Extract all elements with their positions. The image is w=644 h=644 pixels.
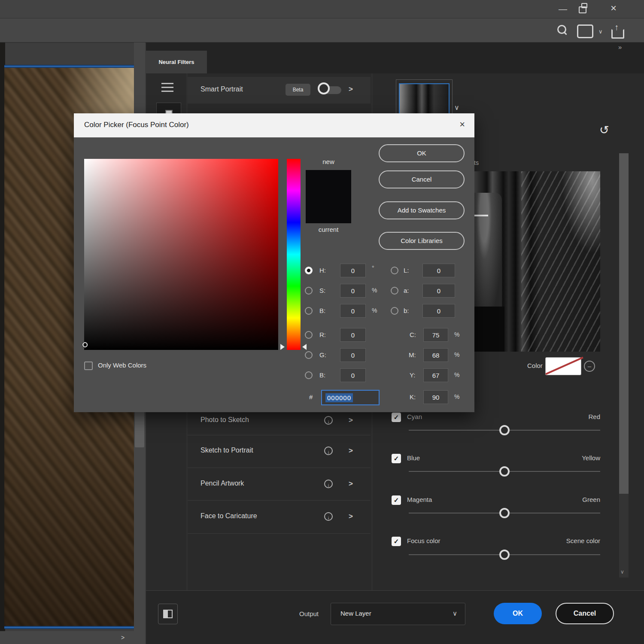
- hue-handle-right[interactable]: [302, 344, 307, 350]
- radio-r[interactable]: [305, 331, 313, 339]
- b-input[interactable]: 0: [340, 304, 366, 318]
- download-icon[interactable]: ↓: [324, 480, 333, 488]
- radio-b2[interactable]: [305, 371, 313, 379]
- chevron-right-icon[interactable]: >: [349, 480, 353, 488]
- chevron-down-icon: ∨: [598, 28, 603, 35]
- hue-slider[interactable]: [287, 159, 301, 350]
- new-current-color-swatch: [306, 170, 351, 223]
- radio-l[interactable]: [391, 267, 398, 274]
- canvas-vertical-scrollbar-thumb[interactable]: [135, 410, 144, 447]
- l-input[interactable]: 0: [422, 264, 455, 277]
- canvas-horizontal-scrollbar[interactable]: >: [0, 631, 145, 644]
- m-unit: %: [454, 351, 459, 358]
- hue-handle-left[interactable]: [280, 344, 285, 350]
- checkbox-magenta[interactable]: ✓: [392, 495, 401, 505]
- color-libraries-button[interactable]: Color Libraries: [379, 232, 465, 250]
- filter-toggle[interactable]: [318, 82, 330, 94]
- a-input[interactable]: 0: [422, 284, 455, 298]
- slider-thumb[interactable]: [499, 466, 510, 477]
- scroll-down-icon[interactable]: ∨: [620, 569, 624, 575]
- restore-button[interactable]: [579, 5, 593, 16]
- filter-name: Pencil Artwork: [200, 480, 244, 487]
- k-label: K:: [410, 393, 416, 401]
- g-input[interactable]: 0: [340, 348, 366, 362]
- chevron-right-icon[interactable]: >: [349, 447, 353, 455]
- checkbox-blue[interactable]: ✓: [392, 454, 401, 463]
- panel-expand-icon[interactable]: »: [618, 43, 622, 51]
- apply-ok-button[interactable]: OK: [494, 603, 542, 624]
- arrange-menu-chevron[interactable]: ∨: [598, 28, 603, 35]
- dialog-titlebar[interactable]: Color Picker (Focus Point Color) ×: [74, 113, 474, 137]
- radio-g[interactable]: [305, 351, 313, 359]
- collapse-chevron-icon[interactable]: ∨: [454, 103, 459, 112]
- only-web-colors-checkbox[interactable]: [84, 361, 93, 370]
- hex-label: #: [309, 393, 313, 401]
- filter-row-smart-portrait[interactable]: Smart Portrait Beta >: [188, 77, 371, 103]
- h-unit: °: [372, 264, 374, 271]
- h-input[interactable]: 0: [340, 264, 366, 277]
- panel-tabstrip: Neural Filters »: [146, 43, 644, 73]
- r-input[interactable]: 0: [340, 328, 366, 342]
- all-filters-icon[interactable]: [161, 83, 173, 92]
- k-input[interactable]: 90: [423, 390, 448, 404]
- download-icon[interactable]: ↓: [324, 512, 333, 521]
- search-button[interactable]: [557, 25, 569, 37]
- tab-neural-filters[interactable]: Neural Filters: [146, 51, 207, 73]
- close-button[interactable]: ×: [606, 3, 621, 14]
- panel-scrollbar[interactable]: [619, 153, 629, 577]
- chevron-right-icon[interactable]: >: [349, 85, 353, 94]
- radio-h[interactable]: [305, 267, 313, 274]
- check-icon: ✓: [394, 496, 399, 504]
- color-field-cursor[interactable]: [82, 342, 88, 347]
- panel-scrollbar-thumb[interactable]: [619, 153, 629, 494]
- c-unit: %: [454, 331, 459, 338]
- scroll-right-icon[interactable]: >: [121, 635, 125, 641]
- slider-right-label: Scene color: [407, 537, 600, 544]
- s-unit: %: [372, 287, 377, 294]
- cancel-button[interactable]: Cancel: [379, 170, 465, 188]
- slider-thumb[interactable]: [499, 508, 510, 518]
- m-input[interactable]: 68: [423, 348, 448, 362]
- ok-button[interactable]: OK: [379, 144, 465, 162]
- checkbox-cyan[interactable]: ✓: [392, 413, 401, 422]
- filter-row-pencil-artwork[interactable]: Pencil Artwork ↓ >: [188, 468, 371, 501]
- chevron-right-icon[interactable]: >: [349, 512, 353, 521]
- minimize-button[interactable]: —: [556, 3, 570, 15]
- output-select[interactable]: New Layer ∨: [331, 603, 465, 625]
- preview-split-button[interactable]: [158, 604, 178, 624]
- checkbox-focus-color[interactable]: ✓: [392, 537, 401, 546]
- reset-icon[interactable]: ↺: [599, 123, 609, 137]
- b2-input[interactable]: 0: [340, 368, 366, 382]
- dialog-close-button[interactable]: ×: [459, 119, 465, 130]
- c-input[interactable]: 75: [423, 328, 448, 342]
- download-icon[interactable]: ↓: [324, 416, 333, 425]
- radio-b[interactable]: [305, 307, 313, 315]
- y-input[interactable]: 67: [423, 368, 448, 382]
- current-color-label: current: [306, 226, 351, 233]
- b-unit: %: [372, 307, 377, 314]
- radio-s[interactable]: [305, 287, 313, 295]
- remove-color-button[interactable]: –: [584, 361, 595, 372]
- lab-b-input[interactable]: 0: [422, 304, 455, 318]
- s-input[interactable]: 0: [340, 284, 366, 298]
- chevron-right-icon[interactable]: >: [349, 416, 353, 425]
- focus-color-swatch[interactable]: [545, 357, 581, 375]
- filter-row-face-to-caricature[interactable]: Face to Caricature ↓ >: [188, 501, 371, 534]
- split-view-icon: [163, 610, 173, 618]
- radio-lab-b[interactable]: [391, 307, 398, 315]
- download-icon[interactable]: ↓: [324, 447, 333, 455]
- close-icon: ×: [459, 119, 465, 130]
- color-row-label: Color: [527, 362, 543, 369]
- slider-thumb[interactable]: [499, 425, 510, 435]
- add-to-swatches-button[interactable]: Add to Swatches: [379, 201, 465, 219]
- share-button[interactable]: ↑: [611, 24, 625, 38]
- radio-a[interactable]: [391, 287, 398, 295]
- s-label: S:: [319, 287, 325, 294]
- filter-row-sketch-to-portrait[interactable]: Sketch to Portrait ↓ >: [188, 435, 371, 468]
- saturation-brightness-field[interactable]: [84, 159, 278, 350]
- apply-cancel-button[interactable]: Cancel: [556, 603, 614, 624]
- slider-thumb[interactable]: [499, 550, 510, 560]
- filter-name: Sketch to Portrait: [200, 447, 253, 454]
- hex-input[interactable]: 000000: [321, 390, 380, 405]
- new-color-label: new: [306, 158, 351, 165]
